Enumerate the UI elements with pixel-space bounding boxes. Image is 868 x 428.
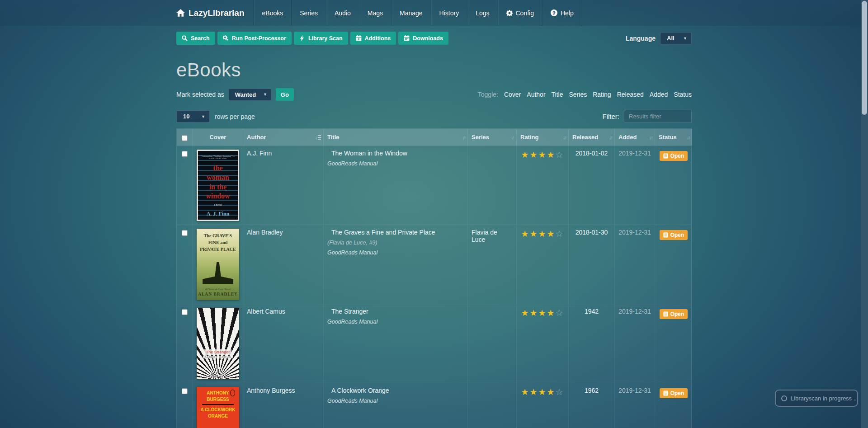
search-button[interactable]: Search [176, 32, 215, 45]
cover-title-text: thewomanin thewindow [206, 164, 230, 201]
filter-input[interactable] [624, 110, 692, 123]
home-icon [176, 9, 185, 17]
toggle-title[interactable]: Title [552, 91, 563, 98]
column-header-added[interactable]: Added ↓↑ [614, 129, 655, 146]
page-title: eBooks [176, 59, 692, 81]
author-link[interactable]: Anthony Burgess [247, 387, 295, 394]
toggle-rating[interactable]: Rating [593, 91, 611, 98]
nav-series[interactable]: Series [291, 0, 326, 26]
run-post-processor-button[interactable]: Run Post-Processor [217, 32, 292, 45]
open-button[interactable]: Open [660, 388, 688, 398]
added-date: 2019-12-31 [614, 146, 655, 225]
nav-history[interactable]: History [431, 0, 467, 26]
book-cover[interactable]: ANTHONY BURGESSA CLOCKWORK ORANGE [197, 387, 239, 428]
series-note: (Flavia de Luce, #9) [327, 240, 464, 246]
rating-stars: ★★★★☆ [521, 230, 564, 238]
nav-manage[interactable]: Manage [391, 0, 431, 26]
series-link[interactable]: Flavia de Luce [472, 229, 497, 243]
nav-ebooks[interactable]: eBooks [254, 0, 292, 26]
book-title-link[interactable]: A Clockwork Orange [327, 387, 464, 394]
book-title-link[interactable]: The Stranger [327, 308, 464, 315]
nav-help-label: Help [561, 9, 574, 17]
cover-author-text: A. J. Finn [207, 211, 230, 217]
author-link[interactable]: Alan Bradley [247, 229, 283, 236]
select-all-checkbox[interactable] [182, 135, 188, 141]
toggle-added[interactable]: Added [650, 91, 668, 98]
sort-amount-icon: ↓ [315, 135, 321, 140]
column-header-cover[interactable]: Cover [193, 129, 243, 146]
column-header-title[interactable]: Title ↓↑ [323, 129, 467, 146]
author-link[interactable]: A.J. Finn [247, 150, 272, 157]
language-select[interactable]: All ▼ [660, 32, 692, 44]
book-cover[interactable]: The GRAVE'SFINE andPRIVATE PLACE A Flavi… [197, 229, 239, 300]
chevron-down-icon: ▼ [263, 92, 267, 97]
go-button[interactable]: Go [276, 88, 294, 101]
scrollbar-thumb[interactable] [862, 1, 867, 115]
book-title-link[interactable]: The Graves a Fine and Private Place [327, 229, 464, 236]
toggle-label: Toggle: [478, 91, 498, 98]
toggle-released[interactable]: Released [617, 91, 644, 98]
toggle-author[interactable]: Author [527, 91, 545, 98]
book-icon [663, 311, 668, 317]
cover-title-text: The Stranger [204, 349, 232, 355]
bolt-icon [299, 35, 305, 41]
nav-audio[interactable]: Audio [326, 0, 359, 26]
downloads-button[interactable]: Downloads [398, 32, 448, 45]
row-checkbox[interactable] [182, 388, 188, 394]
source-note: GoodReads Manual [327, 160, 464, 167]
author-link[interactable]: Albert Camus [247, 308, 285, 315]
toggle-status[interactable]: Status [674, 91, 692, 98]
column-header-author[interactable]: Author ↓ [243, 129, 323, 146]
nav-help[interactable]: ? Help [542, 0, 582, 26]
toggle-bar: Toggle: Cover Author Title Series Rating… [478, 91, 692, 98]
toggle-series[interactable]: Series [569, 91, 587, 98]
book-cover[interactable]: The Stranger ALBERT CAMUS [197, 308, 239, 379]
column-header-rating[interactable]: Rating ↓↑ [516, 129, 568, 146]
table-row: ANTHONY BURGESSA CLOCKWORK ORANGE Anthon… [177, 383, 691, 428]
mark-selected-select[interactable]: Wanted ▼ [228, 89, 272, 101]
filter-label: Filter: [603, 113, 620, 120]
toggle-cover[interactable]: Cover [504, 91, 521, 98]
released-date: 1942 [568, 304, 614, 383]
rating-stars: ★★★★☆ [521, 151, 564, 159]
added-date: 2019-12-31 [614, 304, 655, 383]
row-checkbox[interactable] [182, 230, 188, 236]
open-button[interactable]: Open [660, 151, 688, 161]
library-scan-button[interactable]: Library Scan [294, 32, 348, 45]
sort-icon: ↓↑ [649, 135, 652, 140]
rows-per-page-select[interactable]: 10 ▼ [176, 110, 210, 122]
nav-mags[interactable]: Mags [359, 0, 391, 26]
question-circle-icon: ? [551, 9, 557, 16]
source-note: GoodReads Manual [327, 249, 464, 256]
open-button[interactable]: Open [660, 309, 688, 319]
column-header-series[interactable]: Series ↓↑ [467, 129, 516, 146]
table-body: “Astounding. Thrilling. Amazing.” —GILLI… [177, 146, 691, 428]
nav-config-label: Config [516, 9, 534, 17]
sort-icon: ↓↑ [687, 135, 690, 140]
cover-author-text: ALAN BRADLEY [198, 292, 238, 296]
additions-button[interactable]: Additions [350, 32, 396, 45]
chevron-down-icon: ▼ [201, 114, 205, 119]
page-scrollbar[interactable] [861, 0, 868, 428]
app-viewport: LazyLibrarian eBooks Series Audio Mags M… [0, 0, 868, 428]
nav-config[interactable]: Config [498, 0, 542, 26]
sort-icon: ↓↑ [462, 135, 465, 140]
row-checkbox[interactable] [182, 151, 188, 157]
row-checkbox[interactable] [182, 309, 188, 315]
chevron-down-icon: ▼ [683, 36, 687, 41]
nav-logs[interactable]: Logs [467, 0, 497, 26]
table-header: Cover Author ↓ Title ↓↑ Series ↓↑ Rating… [177, 129, 691, 146]
book-cover[interactable]: “Astounding. Thrilling. Amazing.” —GILLI… [197, 150, 239, 221]
column-header-released[interactable]: Released ↓↑ [568, 129, 614, 146]
cover-title-text: The GRAVE'SFINE andPRIVATE PLACE [200, 232, 236, 253]
source-note: GoodReads Manual [327, 319, 464, 325]
table-row: The GRAVE'SFINE andPRIVATE PLACE A Flavi… [177, 225, 691, 304]
open-button[interactable]: Open [660, 230, 688, 240]
navbar: LazyLibrarian eBooks Series Audio Mags M… [0, 0, 868, 26]
book-title-link[interactable]: The Woman in the Window [327, 150, 464, 157]
toolbar: Search Run Post-Processor Library Scan A… [176, 32, 692, 45]
brand-home-link[interactable]: LazyLibrarian [176, 0, 254, 26]
rows-per-page-label: rows per page [215, 113, 255, 120]
mark-selected-label: Mark selected as [176, 91, 224, 98]
column-header-status[interactable]: Status ↓↑ [655, 129, 692, 146]
